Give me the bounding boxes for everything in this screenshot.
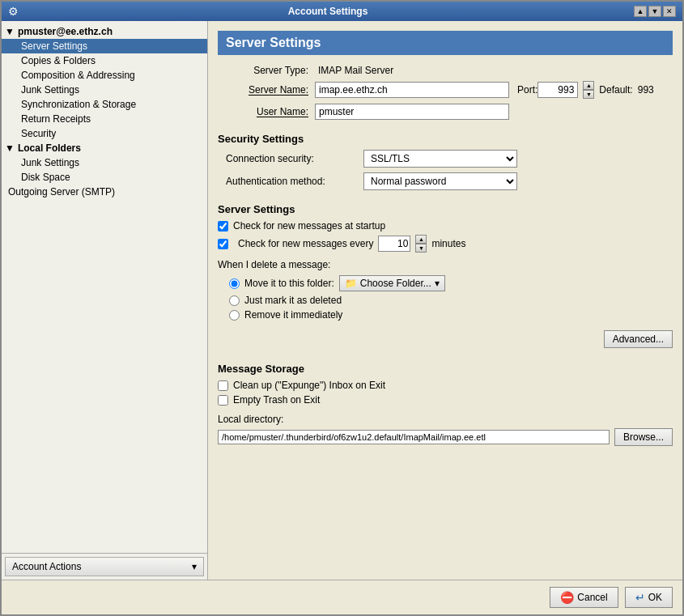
port-increment-button[interactable]: ▲	[583, 81, 594, 90]
move-folder-label: Move it to this folder:	[244, 278, 334, 289]
check-startup-row: Check for new messages at startup	[218, 220, 673, 232]
panel-title: Server Settings	[218, 31, 673, 55]
right-panel: Server Settings Server Type: IMAP Mail S…	[208, 21, 682, 580]
ok-icon: ↵	[635, 591, 645, 604]
chevron-down-icon: ▾	[192, 561, 197, 572]
title-bar: ⚙ Account Settings ▲ ▼ ✕	[2, 2, 682, 21]
sidebar-item-composition-addressing[interactable]: Composition & Addressing	[2, 68, 207, 83]
auth-method-row: Authentication method: Normal password E…	[226, 172, 673, 190]
cancel-icon: ⛔	[560, 591, 574, 604]
bottom-bar: ⛔ Cancel ↵ OK	[2, 580, 682, 614]
empty-trash-checkbox[interactable]	[218, 395, 228, 406]
move-folder-radio[interactable]	[229, 278, 240, 289]
username-input[interactable]	[315, 104, 509, 120]
just-mark-radio[interactable]	[229, 295, 240, 306]
clean-up-row: Clean up ("Expunge") Inbox on Exit	[218, 380, 673, 391]
minimize-button[interactable]: ▲	[634, 6, 647, 17]
just-mark-label: Just mark it as deleted	[244, 295, 342, 306]
default-value: 993	[638, 84, 654, 96]
delete-message-label: When I delete a message:	[218, 259, 673, 270]
server-name-input[interactable]	[315, 82, 509, 98]
title-bar-controls: ▲ ▼ ✕	[634, 6, 676, 17]
port-label: Port:	[517, 84, 537, 96]
sidebar: ▼ pmuster@ee.ethz.ch Server Settings Cop…	[2, 21, 208, 580]
default-label: Default:	[599, 84, 632, 96]
server-settings-title: Server Settings	[218, 203, 673, 215]
server-type-value: IMAP Mail Server	[318, 65, 393, 76]
minutes-label: minutes	[431, 238, 465, 249]
local-directory-label: Local directory:	[218, 414, 673, 425]
sidebar-item-local-junk[interactable]: Junk Settings	[2, 155, 207, 170]
restore-button[interactable]: ▼	[648, 6, 661, 17]
account-settings-window: ⚙ Account Settings ▲ ▼ ✕ ▼ pmuster@ee.et…	[0, 0, 684, 616]
check-startup-checkbox[interactable]	[218, 221, 228, 232]
clean-up-checkbox[interactable]	[218, 380, 228, 391]
sidebar-item-security[interactable]: Security	[2, 126, 207, 141]
username-label: User Name:	[218, 106, 315, 117]
folder-icon: 📁	[345, 278, 357, 289]
security-settings-title: Security Settings	[218, 133, 673, 145]
sidebar-item-disk-space[interactable]: Disk Space	[2, 170, 207, 185]
choose-folder-arrow-icon: ▾	[435, 278, 440, 289]
sidebar-item-copies-folders[interactable]: Copies & Folders	[2, 53, 207, 68]
sidebar-item-junk-settings[interactable]: Junk Settings	[2, 83, 207, 97]
check-startup-label: Check for new messages at startup	[233, 220, 385, 232]
check-every-row: Check for new messages every ▲ ▼ minutes	[218, 235, 673, 253]
port-group: ▲ ▼ Default: 993	[537, 81, 653, 99]
port-decrement-button[interactable]: ▼	[583, 90, 594, 99]
connection-security-label: Connection security:	[226, 153, 363, 164]
browse-button[interactable]: Browse...	[614, 428, 673, 446]
minutes-decrement-button[interactable]: ▼	[415, 244, 427, 253]
sidebar-item-local-folders[interactable]: ▼ Local Folders	[2, 141, 207, 155]
server-type-label: Server Type:	[218, 65, 315, 76]
connection-security-select[interactable]: SSL/TLS STARTTLS None	[363, 150, 517, 168]
cancel-button[interactable]: ⛔ Cancel	[550, 587, 618, 608]
sidebar-footer: Account Actions ▾	[2, 553, 207, 580]
sidebar-item-outgoing-smtp[interactable]: Outgoing Server (SMTP)	[2, 185, 207, 199]
empty-trash-label: Empty Trash on Exit	[233, 394, 320, 406]
local-dir-row: Browse...	[218, 428, 673, 446]
auth-method-select[interactable]: Normal password Encrypted password Kerbe…	[363, 172, 517, 190]
remove-immediately-radio[interactable]	[229, 310, 240, 321]
port-input[interactable]	[537, 82, 578, 98]
username-row: User Name:	[218, 104, 673, 120]
auth-method-label: Authentication method:	[226, 176, 363, 187]
sidebar-item-return-receipts[interactable]: Return Receipts	[2, 112, 207, 126]
advanced-btn-row: Advanced...	[218, 330, 673, 348]
sidebar-item-sync-storage[interactable]: Synchronization & Storage	[2, 97, 207, 112]
empty-trash-row: Empty Trash on Exit	[218, 394, 673, 406]
ok-button[interactable]: ↵ OK	[625, 587, 673, 608]
check-every-label: Check for new messages every	[238, 238, 373, 249]
clean-up-label: Clean up ("Expunge") Inbox on Exit	[233, 380, 385, 391]
delete-message-section: Move it to this folder: 📁 Choose Folder.…	[229, 275, 673, 324]
sidebar-item-account[interactable]: ▼ pmuster@ee.ethz.ch	[2, 24, 207, 39]
server-type-row: Server Type: IMAP Mail Server	[218, 65, 673, 76]
sidebar-item-server-settings[interactable]: Server Settings	[2, 39, 207, 53]
port-spinner: ▲ ▼	[583, 81, 594, 99]
close-button[interactable]: ✕	[663, 6, 676, 17]
account-actions-button[interactable]: Account Actions ▾	[5, 557, 204, 576]
sidebar-tree: ▼ pmuster@ee.ethz.ch Server Settings Cop…	[2, 21, 207, 553]
main-content: ▼ pmuster@ee.ethz.ch Server Settings Cop…	[2, 21, 682, 580]
check-every-checkbox[interactable]	[218, 239, 228, 249]
security-section: Connection security: SSL/TLS STARTTLS No…	[226, 150, 673, 195]
connection-security-row: Connection security: SSL/TLS STARTTLS No…	[226, 150, 673, 168]
window-title: Account Settings	[22, 6, 634, 17]
minutes-increment-button[interactable]: ▲	[415, 235, 427, 244]
triangle-down-icon: ▼	[5, 26, 15, 37]
server-name-label: Server Name:	[218, 84, 315, 96]
server-name-row: Server Name: Port: ▲ ▼ Default: 993	[218, 81, 673, 99]
choose-folder-label: Choose Folder...	[360, 278, 431, 289]
message-storage-title: Message Storage	[218, 363, 673, 375]
just-mark-row: Just mark it as deleted	[229, 295, 673, 306]
local-dir-input[interactable]	[218, 430, 610, 444]
advanced-button[interactable]: Advanced...	[604, 330, 673, 348]
triangle-down-icon-local: ▼	[5, 142, 15, 154]
check-every-input[interactable]	[378, 236, 410, 252]
remove-immediately-label: Remove it immediately	[244, 309, 342, 321]
choose-folder-button[interactable]: 📁 Choose Folder... ▾	[339, 275, 445, 291]
move-to-folder-row: Move it to this folder: 📁 Choose Folder.…	[229, 275, 673, 291]
remove-immediately-row: Remove it immediately	[229, 309, 673, 321]
minutes-spinner: ▲ ▼	[415, 235, 427, 253]
